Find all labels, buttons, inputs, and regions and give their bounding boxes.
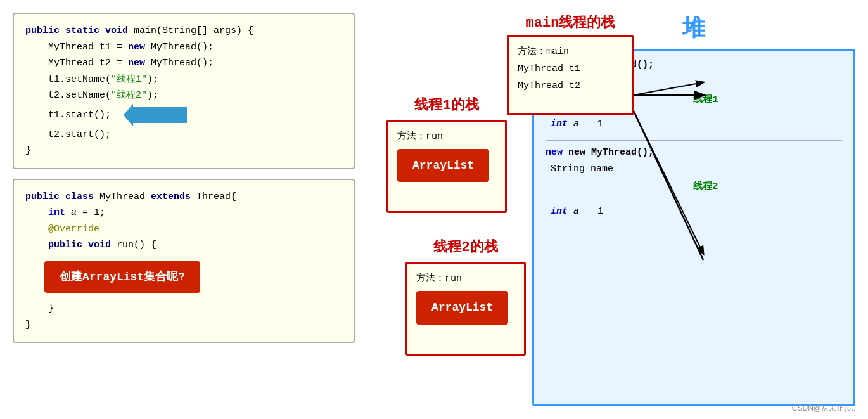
code-text: MyThread: [99, 191, 151, 202]
code-text: MyThread t1 =: [25, 42, 128, 53]
code-text: [25, 224, 48, 235]
heap-new-line-2: new new MyThread();: [546, 147, 842, 158]
code-line-btn: 创建ArrayList集合呢?: [25, 254, 342, 301]
code-text: }: [25, 145, 31, 156]
code-line: t1.setName("线程1");: [25, 72, 342, 88]
watermark: CSDN@从未止步...: [792, 403, 858, 414]
heap-object-2: new new MyThread(); String name 线程2 int …: [546, 147, 842, 228]
field-value-green: 线程1: [693, 94, 718, 105]
heap-field-name-val-2: 线程2: [551, 178, 842, 197]
keyword: public: [25, 25, 65, 36]
keyword: void: [88, 240, 117, 250]
code-text: Thread{: [196, 191, 236, 202]
diagram-area: 线程1的栈 方法：run ArrayList main线程的栈 方法：main …: [367, 13, 855, 406]
field-label-2: String name: [551, 164, 613, 174]
keyword: extends: [151, 191, 196, 202]
code-text: MyThread();: [151, 42, 214, 53]
thread2-section: 线程2的栈 方法：run ArrayList: [405, 237, 526, 355]
code-line: MyThread t1 = new MyThread();: [25, 39, 342, 56]
code-text: );: [147, 74, 158, 85]
code-line: }: [25, 143, 342, 159]
thread2-stack-box: 方法：run ArrayList: [405, 262, 526, 355]
field-value-num-1: 1: [597, 119, 603, 129]
code-line: t2.setName("线程2");: [25, 87, 342, 104]
code-line-with-arrow: t1.start();: [25, 104, 342, 127]
main-method: 方法：main: [518, 43, 623, 60]
main-stack-section: main线程的栈 方法：main MyThread t1 MyThread t2: [507, 13, 634, 115]
code-line: public static void main(String[] args) {: [25, 23, 342, 39]
keyword: static: [65, 25, 105, 36]
code-text: MyThread();: [151, 58, 214, 68]
code-text: );: [147, 90, 158, 101]
thread1-stack-box: 方法：run ArrayList: [386, 120, 507, 213]
main-stack-label: main线程的栈: [526, 13, 615, 32]
thread1-section: 线程1的栈 方法：run ArrayList: [386, 95, 507, 213]
new-keyword-2: new: [546, 147, 568, 158]
code-text: t1.setName(: [25, 74, 111, 85]
keyword: new: [128, 58, 151, 68]
main-t1: MyThread t1: [518, 60, 623, 77]
annotation: @Override: [48, 224, 99, 235]
thread1-arraylist-btn: ArrayList: [397, 149, 489, 182]
main-container: public static void main(String[] args) {…: [0, 0, 868, 419]
code-line: MyThread t2 = new MyThread();: [25, 55, 342, 72]
string-literal: "线程2": [111, 90, 147, 101]
code-line: }: [25, 317, 342, 333]
main-t2: MyThread t2: [518, 77, 623, 94]
keyword-int: int: [48, 207, 71, 218]
code-text: t2.start();: [25, 129, 111, 140]
left-arrow-icon: [124, 104, 187, 127]
code-panel-main: public static void main(String[] args) {…: [13, 13, 355, 169]
left-panels: public static void main(String[] args) {…: [13, 13, 355, 406]
var-a-2: a: [573, 206, 579, 217]
main-stack-box: 方法：main MyThread t1 MyThread t2: [507, 35, 634, 115]
code-line: }: [25, 300, 342, 317]
keyword: new: [128, 42, 151, 53]
code-text: = 1;: [77, 207, 105, 218]
int-keyword: int: [551, 119, 573, 129]
code-text: t2.setName(: [25, 90, 111, 101]
code-text: [25, 207, 48, 218]
code-text: run() {: [117, 240, 156, 250]
code-line: @Override: [25, 221, 342, 238]
code-text: MyThread t2 =: [25, 58, 128, 68]
code-panel-mythread: public class MyThread extends Thread{ in…: [13, 179, 355, 344]
code-text: main(String[] args) {: [134, 25, 253, 36]
code-line: t2.start();: [25, 127, 342, 143]
thread2-method: 方法：run: [416, 270, 515, 287]
thread1-stack-label: 线程1的栈: [414, 95, 478, 114]
code-line: public class MyThread extends Thread{: [25, 189, 342, 205]
keyword: public: [48, 240, 88, 250]
heap-field-name-2: String name: [551, 160, 842, 179]
variable-a: a: [71, 207, 77, 218]
heap-field-a-2: int a 1: [551, 203, 842, 221]
thread2-stack-label: 线程2的栈: [433, 237, 497, 256]
field-value-num-2: 1: [597, 206, 603, 217]
thread2-arraylist-btn: ArrayList: [416, 291, 508, 324]
keyword: void: [105, 25, 134, 36]
code-text: [25, 240, 48, 250]
code-line: int a = 1;: [25, 205, 342, 221]
heap-class-name-2: new MyThread();: [568, 147, 654, 158]
keyword: class: [65, 191, 99, 202]
keyword: public: [25, 191, 65, 202]
var-a: a: [573, 119, 579, 129]
field-value-green-2: 线程2: [693, 181, 718, 192]
stacks-wrapper: 线程1的栈 方法：run ArrayList main线程的栈 方法：main …: [367, 13, 526, 406]
string-literal: "线程1": [111, 74, 147, 85]
code-text: t1.start();: [25, 107, 111, 124]
create-arraylist-button[interactable]: 创建ArrayList集合呢?: [44, 261, 200, 293]
int-keyword-2: int: [551, 206, 573, 217]
code-line: public void run() {: [25, 237, 342, 254]
thread1-method: 方法：run: [397, 128, 496, 145]
heap-field-a-1: int a 1: [551, 115, 842, 134]
